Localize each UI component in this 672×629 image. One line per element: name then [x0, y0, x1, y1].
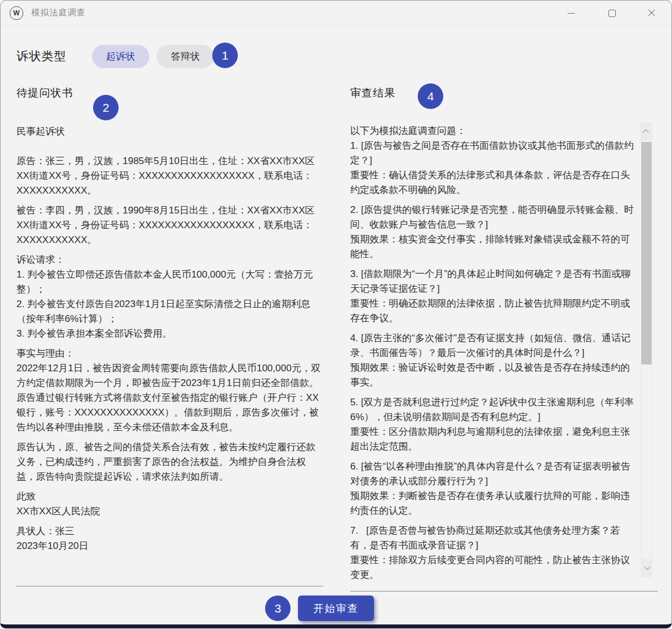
close-icon — [647, 9, 656, 18]
question-note: 预期效果：判断被告是否存在债务承认或履行抗辩的可能，影响违约责任的认定。 — [350, 489, 638, 518]
maximize-button[interactable] — [600, 3, 624, 23]
start-review-button[interactable]: 开始审查 — [298, 596, 374, 621]
question-note: 重要性：区分借款期内利息与逾期利息的法律依据，避免利息主张超出法定范围。 — [350, 425, 638, 454]
step-badge-1: 1 — [212, 43, 238, 68]
question-text: 3. [借款期限为“一个月”的具体起止时间如何确定？是否有书面或聊天记录等证据佐… — [350, 267, 638, 296]
maximize-icon — [608, 10, 616, 17]
minimize-button[interactable] — [559, 3, 583, 23]
scroll-down-button[interactable] — [641, 559, 652, 576]
scrollbar-thumb[interactable] — [641, 142, 652, 364]
doc-title: 民事起诉状 — [16, 124, 324, 139]
doc-paragraph-defendant: 被告：李四，男，汉族，1990年8月15日出生，住址：XX省XX市XX区XX街道… — [16, 203, 324, 248]
close-button[interactable] — [640, 3, 663, 23]
doc-paragraph-argument: 原告认为，原、被告之间的借贷关系合法有效，被告未按约定履行还款义务，已构成违约，… — [16, 440, 324, 484]
window-title: 模拟法庭调查 — [31, 7, 86, 18]
question-text: 5. [双方是否就利息进行过约定？起诉状中仅主张逾期利息（年利率6%），但未说明… — [350, 395, 638, 425]
doc-paragraph-plaintiff: 原告：张三，男，汉族，1985年5月10日出生，住址：XX省XX市XX区XX街道… — [16, 154, 324, 198]
question-text: 1. [原告与被告之间是否存在书面借款协议或其他书面形式的借款约定？] — [350, 139, 638, 168]
type-option-defense[interactable]: 答辩状 — [157, 45, 214, 68]
left-panel-title: 待提问状书 — [16, 86, 324, 100]
doc-paragraph-signature: 具状人：张三 2023年10月20日 — [16, 524, 324, 553]
doc-paragraph-claims: 诉讼请求： 1. 判令被告立即偿还原告借款本金人民币100,000元（大写：壹拾… — [16, 253, 324, 341]
question-item: 4. [原告主张的“多次催讨”是否有证据支持（如短信、微信、通话记录、书面催告等… — [350, 331, 638, 390]
right-panel-title: 审查结果 — [350, 86, 638, 100]
title-bar[interactable]: W 模拟法庭调查 — [1, 1, 671, 26]
type-selector-label: 诉状类型 — [16, 48, 66, 64]
app-logo-icon: W — [10, 6, 23, 20]
left-panel: 待提问状书 民事起诉状 原告：张三，男，汉族，1985年5月10日出生，住址：X… — [16, 86, 324, 553]
right-panel: 审查结果 以下为模拟法庭调查问题： 1. [原告与被告之间是否存在书面借款协议或… — [350, 86, 638, 581]
left-panel-divider — [16, 586, 324, 586]
minimize-icon — [568, 13, 575, 14]
arrow-down-icon — [644, 564, 650, 570]
complaint-document[interactable]: 民事起诉状 原告：张三，男，汉族，1985年5月10日出生，住址：XX省XX市X… — [16, 124, 324, 553]
question-item: 6. [被告“以各种理由推脱”的具体内容是什么？是否有证据表明被告对债务的承认或… — [350, 459, 638, 518]
app-window: W 模拟法庭调查 诉状类型 起诉状 答辩状 1 2 3 4 待提问状书 民事起诉… — [0, 0, 672, 628]
question-text: 7. [原告是否曾与被告协商过延期还款或其他债务处理方案？若有，是否有书面或录音… — [350, 523, 638, 553]
question-item: 3. [借款期限为“一个月”的具体起止时间如何确定？是否有书面或聊天记录等证据佐… — [350, 267, 638, 326]
doc-paragraph-court: 此致 XX市XX区人民法院 — [16, 489, 324, 519]
review-results[interactable]: 以下为模拟法庭调查问题： 1. [原告与被告之间是否存在书面借款协议或其他书面形… — [350, 124, 638, 581]
question-item: 1. [原告与被告之间是否存在书面借款协议或其他书面形式的借款约定？] 重要性：… — [350, 139, 638, 198]
question-note: 预期效果：验证诉讼时效是否中断，以及被告是否存在持续违约的事实。 — [350, 360, 638, 390]
question-text: 2. [原告提供的银行转账记录是否完整，能否明确显示转账金额、时间、收款账户与被… — [350, 203, 638, 232]
doc-paragraph-facts: 事实与理由： 2022年12月1日，被告因资金周转需要向原告借款人民币100,0… — [16, 346, 324, 435]
question-text: 6. [被告“以各种理由推脱”的具体内容是什么？是否有证据表明被告对债务的承认或… — [350, 459, 638, 489]
question-note: 重要性：明确还款期限的法律依据，防止被告抗辩期限约定不明或存在争议。 — [350, 296, 638, 326]
results-scrollbar[interactable] — [641, 123, 652, 577]
question-item: 2. [原告提供的银行转账记录是否完整，能否明确显示转账金额、时间、收款账户与被… — [350, 203, 638, 262]
results-intro: 以下为模拟法庭调查问题： — [350, 124, 638, 139]
type-selector-row: 诉状类型 起诉状 答辩状 — [16, 44, 214, 69]
scroll-up-button[interactable] — [641, 123, 652, 140]
question-note: 预期效果：核实资金交付事实，排除转账对象错误或金额不符的可能性。 — [350, 232, 638, 262]
question-text: 4. [原告主张的“多次催讨”是否有证据支持（如短信、微信、通话记录、书面催告等… — [350, 331, 638, 360]
type-option-complaint[interactable]: 起诉状 — [92, 45, 149, 68]
right-panel-divider — [350, 591, 658, 592]
question-note: 重要性：确认借贷关系的法律形式和具体条款，评估是否存在口头约定或条款不明确的风险… — [350, 168, 638, 198]
question-note: 重要性：排除双方后续变更合同内容的可能性，防止被告主张协议变更。 — [350, 553, 638, 581]
step-badge-3: 3 — [265, 596, 291, 621]
question-item: 5. [双方是否就利息进行过约定？起诉状中仅主张逾期利息（年利率6%），但未说明… — [350, 395, 638, 454]
question-item: 7. [原告是否曾与被告协商过延期还款或其他债务处理方案？若有，是否有书面或录音… — [350, 523, 638, 581]
arrow-up-icon — [642, 129, 649, 136]
